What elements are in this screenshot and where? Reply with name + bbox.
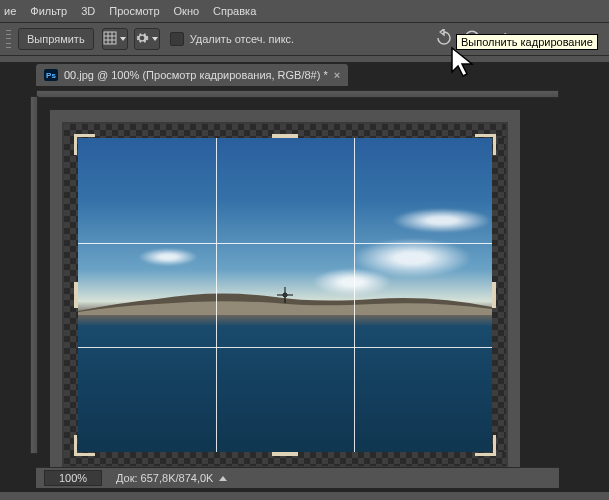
document-area: Ps 00.jpg @ 100% (Просмотр кадрирования,… (0, 62, 609, 492)
checkbox-box (170, 32, 184, 46)
overlay-grid-button[interactable] (102, 28, 128, 50)
crop-handle-bottom[interactable] (272, 452, 298, 456)
menubar: ие Фильтр 3D Просмотр Окно Справка (0, 0, 609, 22)
ps-file-icon: Ps (44, 69, 58, 81)
document-tab-title: 00.jpg @ 100% (Просмотр кадрирования, RG… (64, 69, 328, 81)
crop-handle-left[interactable] (74, 282, 78, 308)
crop-options-button[interactable] (134, 28, 160, 50)
status-caret-icon[interactable] (219, 476, 227, 481)
ruler-horizontal[interactable] (36, 90, 559, 98)
menu-item-help[interactable]: Справка (213, 5, 256, 17)
delete-pixels-checkbox[interactable]: Удалить отсеч. пикс. (170, 32, 295, 46)
menu-item-filter[interactable]: Фильтр (30, 5, 67, 17)
straighten-button[interactable]: Выпрямить (18, 28, 94, 50)
menu-item[interactable]: ие (4, 5, 16, 17)
status-bar: 100% Док: 657,8K/874,0K (36, 467, 559, 488)
canvas[interactable] (62, 122, 508, 468)
menu-item-3d[interactable]: 3D (81, 5, 95, 17)
reset-icon[interactable] (435, 29, 453, 49)
straighten-label: Выпрямить (27, 33, 85, 45)
menu-item-view[interactable]: Просмотр (109, 5, 159, 17)
document-tab[interactable]: Ps 00.jpg @ 100% (Просмотр кадрирования,… (36, 64, 348, 86)
tooltip: Выполнить кадрирование (456, 34, 598, 50)
tab-bar: Ps 00.jpg @ 100% (Просмотр кадрирования,… (0, 62, 609, 86)
gear-icon (135, 31, 149, 47)
close-icon[interactable]: × (334, 69, 340, 81)
crop-center-target-icon[interactable] (277, 287, 293, 303)
panel-grip[interactable] (6, 29, 12, 49)
crop-handle-tr[interactable] (475, 134, 496, 155)
crop-handle-right[interactable] (492, 282, 496, 308)
delete-pixels-label: Удалить отсеч. пикс. (190, 33, 295, 45)
svg-rect-0 (104, 32, 116, 44)
crop-handle-tl[interactable] (74, 134, 95, 155)
crop-handle-bl[interactable] (74, 435, 95, 456)
ruler-vertical[interactable] (30, 96, 38, 454)
crop-handle-br[interactable] (475, 435, 496, 456)
crop-handle-top[interactable] (272, 134, 298, 138)
zoom-field[interactable]: 100% (44, 470, 102, 486)
doc-size-label: Док: 657,8K/874,0K (116, 472, 213, 484)
canvas-pasteboard (50, 110, 520, 480)
grid-icon (103, 31, 117, 47)
menu-item-window[interactable]: Окно (174, 5, 200, 17)
